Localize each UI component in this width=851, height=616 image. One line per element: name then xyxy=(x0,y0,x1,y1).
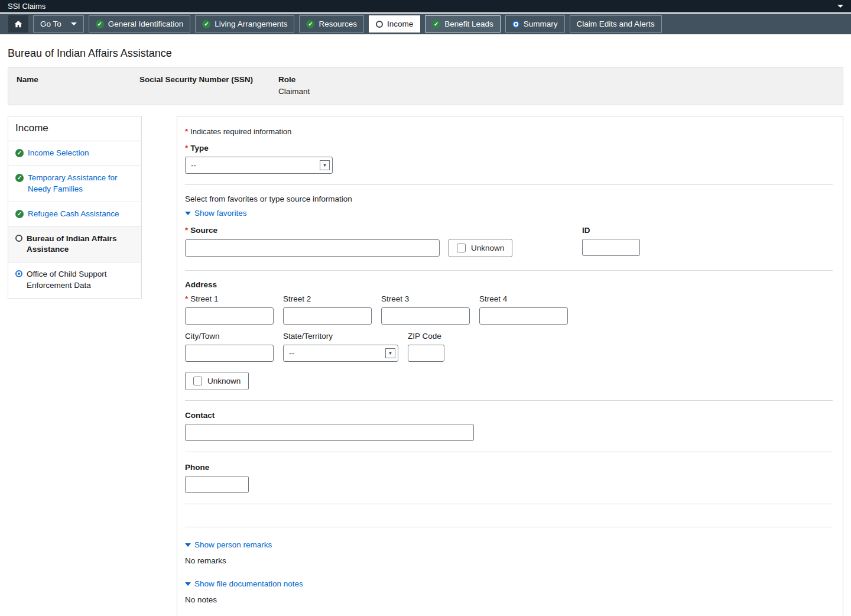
no-remarks-text: No remarks xyxy=(185,556,833,565)
street1-label: Street 1 xyxy=(185,294,274,303)
state-label: State/Territory xyxy=(283,332,398,341)
goto-button[interactable]: Go To xyxy=(33,15,84,33)
street1-input[interactable] xyxy=(185,307,274,325)
street3-input[interactable] xyxy=(381,307,470,325)
complete-check-icon xyxy=(96,20,104,28)
income-form-panel: Indicates required information Type -- S… xyxy=(177,116,843,616)
source-unknown-checkbox[interactable]: Unknown xyxy=(449,239,512,257)
person-ssn-column: Social Security Number (SSN) xyxy=(139,75,278,96)
street4-field: Street 4 xyxy=(479,294,568,325)
complete-check-icon xyxy=(432,20,440,28)
person-name-column: Name xyxy=(17,75,139,96)
required-note: Indicates required information xyxy=(185,127,833,136)
divider xyxy=(185,400,833,401)
divider xyxy=(185,270,833,271)
type-select-value: -- xyxy=(191,161,196,170)
tab-general-identification[interactable]: General Identification xyxy=(89,15,191,33)
state-field: State/Territory -- xyxy=(283,332,398,362)
role-label: Role xyxy=(278,75,834,84)
sidebar-item-office-of-child-support[interactable]: Office of Child Support Enforcement Data xyxy=(8,262,141,298)
complete-check-icon xyxy=(15,149,24,157)
income-sidebar: Income Income Selection Temporary Assist… xyxy=(8,116,142,299)
page-content: Bureau of Indian Affairs Assistance Name… xyxy=(0,47,851,616)
type-label: Type xyxy=(185,144,833,153)
show-person-remarks-link[interactable]: Show person remarks xyxy=(185,540,272,549)
state-select-value: -- xyxy=(289,349,294,358)
sidebar-item-bureau-of-indian-affairs[interactable]: Bureau of Indian Affairs Assistance xyxy=(8,227,141,263)
street2-label: Street 2 xyxy=(283,294,372,303)
sidebar-item-income-selection[interactable]: Income Selection xyxy=(8,141,141,166)
source-input[interactable] xyxy=(185,239,440,257)
address-unknown-checkbox-input[interactable] xyxy=(193,377,202,385)
chevron-down-icon xyxy=(185,543,191,547)
city-state-zip-row: City/Town State/Territory -- ZIP Code xyxy=(185,332,833,362)
id-input[interactable] xyxy=(582,239,640,256)
complete-check-icon xyxy=(202,20,210,28)
sidebar-item-tanf[interactable]: Temporary Assistance for Needy Families xyxy=(8,166,141,202)
divider xyxy=(185,504,833,504)
complete-check-icon xyxy=(15,210,24,218)
state-select[interactable]: -- xyxy=(283,345,398,362)
chevron-down-icon[interactable] xyxy=(837,5,843,8)
complete-check-icon xyxy=(15,174,24,182)
chevron-down-icon xyxy=(71,22,77,25)
street4-label: Street 4 xyxy=(479,294,568,303)
city-label: City/Town xyxy=(185,332,274,341)
incomplete-circle-icon xyxy=(376,21,383,28)
select-arrow-icon xyxy=(385,348,395,358)
name-label: Name xyxy=(17,75,139,84)
zip-field: ZIP Code xyxy=(408,332,444,362)
tab-claim-edits-and-alerts[interactable]: Claim Edits and Alerts xyxy=(570,15,662,33)
contact-input[interactable] xyxy=(185,424,474,441)
sidebar-title: Income xyxy=(8,116,141,141)
street4-input[interactable] xyxy=(479,307,568,325)
main-navbar: Go To General Identification Living Arra… xyxy=(0,14,851,34)
id-column: ID xyxy=(582,226,640,256)
chevron-down-icon xyxy=(185,212,191,215)
incomplete-circle-icon xyxy=(15,235,22,242)
street2-field: Street 2 xyxy=(283,294,372,325)
id-label: ID xyxy=(582,226,640,235)
divider xyxy=(185,184,833,185)
no-notes-text: No notes xyxy=(185,595,833,604)
person-role-column: Role Claimant xyxy=(278,75,834,96)
source-row: Source Unknown ID xyxy=(185,226,833,257)
role-value: Claimant xyxy=(278,87,834,96)
street3-label: Street 3 xyxy=(381,294,470,303)
city-field: City/Town xyxy=(185,332,274,362)
phone-label: Phone xyxy=(185,463,833,472)
zip-label: ZIP Code xyxy=(408,332,444,341)
street-row: Street 1 Street 2 Street 3 Street 4 xyxy=(185,294,833,325)
divider xyxy=(185,452,833,452)
tab-benefit-leads[interactable]: Benefit Leads xyxy=(425,15,501,33)
in-progress-icon xyxy=(15,270,22,277)
source-unknown-checkbox-input[interactable] xyxy=(457,244,466,252)
complete-check-icon xyxy=(306,20,314,28)
zip-input[interactable] xyxy=(408,345,444,362)
address-unknown-checkbox[interactable]: Unknown xyxy=(185,372,249,390)
app-title: SSI Claims xyxy=(8,2,46,11)
type-select[interactable]: -- xyxy=(185,157,333,174)
phone-input[interactable] xyxy=(185,476,249,493)
favorites-hint: Select from favorites or type source inf… xyxy=(185,194,833,203)
home-button[interactable] xyxy=(8,15,28,33)
tab-income[interactable]: Income xyxy=(369,15,420,33)
city-input[interactable] xyxy=(185,345,274,362)
home-icon xyxy=(14,20,23,29)
sidebar-item-refugee-cash-assistance[interactable]: Refugee Cash Assistance xyxy=(8,202,141,227)
in-progress-icon xyxy=(512,21,519,28)
chevron-down-icon xyxy=(185,582,191,586)
address-label: Address xyxy=(185,280,833,289)
tab-summary[interactable]: Summary xyxy=(505,15,565,33)
tab-living-arrangements[interactable]: Living Arrangements xyxy=(195,15,294,33)
contact-label: Contact xyxy=(185,411,833,420)
source-column: Source Unknown xyxy=(185,226,833,257)
window-titlebar: SSI Claims xyxy=(0,0,851,12)
street2-input[interactable] xyxy=(283,307,372,325)
show-file-notes-link[interactable]: Show file documentation notes xyxy=(185,579,303,588)
divider xyxy=(185,527,833,527)
select-arrow-icon xyxy=(320,160,330,170)
show-favorites-link[interactable]: Show favorites xyxy=(185,209,247,218)
tab-resources[interactable]: Resources xyxy=(299,15,364,33)
street1-field: Street 1 xyxy=(185,294,274,325)
